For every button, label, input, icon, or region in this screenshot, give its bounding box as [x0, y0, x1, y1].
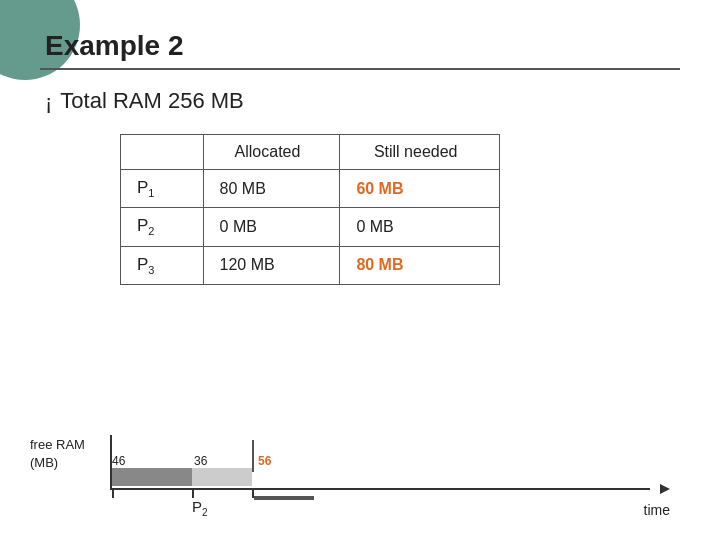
axis-line	[110, 488, 650, 490]
bar-segment-2	[192, 468, 252, 486]
still-needed-p2: 0 MB	[340, 208, 500, 246]
table-row: P2 0 MB 0 MB	[121, 208, 500, 246]
bar-row	[112, 466, 314, 486]
p2-label-text: P	[192, 498, 202, 515]
process-p1-sub: 1	[148, 187, 154, 199]
table-row: P3 120 MB 80 MB	[121, 246, 500, 284]
axis-arrow	[660, 484, 670, 494]
bullet-text: Total RAM 256 MB	[60, 88, 243, 114]
p2-sub-label: 2	[202, 507, 208, 518]
process-p2: P2	[121, 208, 204, 246]
tick-36	[192, 490, 194, 498]
bar-top-line	[254, 496, 314, 500]
bullet-section: ¡ Total RAM 256 MB	[40, 88, 680, 116]
table-header-row: Allocated Still needed	[121, 135, 500, 170]
still-needed-p3: 80 MB	[340, 246, 500, 284]
process-p2-sub: 2	[148, 226, 154, 238]
time-label: time	[644, 502, 670, 518]
table-row: P1 80 MB 60 MB	[121, 170, 500, 208]
chart-y-label-line1: free RAM	[30, 437, 85, 452]
title-divider	[40, 68, 680, 70]
process-p1: P1	[121, 170, 204, 208]
table-wrapper: Allocated Still needed P1 80 MB 60 MB P2…	[120, 134, 680, 285]
chart-y-label-line2: (MB)	[30, 455, 58, 470]
col-header-allocated: Allocated	[203, 135, 340, 170]
page-title: Example 2	[40, 30, 680, 62]
bar-step	[252, 440, 254, 472]
allocated-p1: 80 MB	[203, 170, 340, 208]
allocated-p3: 120 MB	[203, 246, 340, 284]
chart-y-label: free RAM (MB)	[30, 436, 85, 472]
bullet-icon: ¡	[45, 90, 52, 116]
process-p3: P3	[121, 246, 204, 284]
col-header-still-needed: Still needed	[340, 135, 500, 170]
allocated-p2: 0 MB	[203, 208, 340, 246]
allocation-table: Allocated Still needed P1 80 MB 60 MB P2…	[120, 134, 500, 285]
bar-segment-1	[112, 468, 192, 486]
tick-46	[112, 490, 114, 498]
tick-56	[252, 490, 254, 498]
col-header-process	[121, 135, 204, 170]
process-p3-sub: 3	[148, 264, 154, 276]
still-needed-p1: 60 MB	[340, 170, 500, 208]
p2-axis-label: P2	[192, 498, 208, 518]
